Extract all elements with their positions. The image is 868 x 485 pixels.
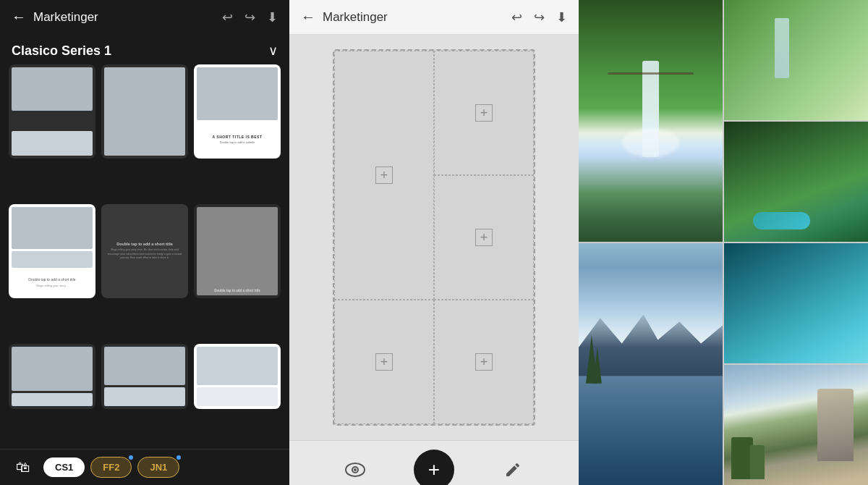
middle-back-button[interactable]: ← <box>301 9 315 25</box>
edit-button[interactable] <box>497 454 529 485</box>
template-card[interactable]: Double tap to add a short title <box>194 204 281 298</box>
ff2-tab[interactable]: FF2 <box>90 457 132 478</box>
template-card[interactable] <box>194 344 281 409</box>
preview-button[interactable] <box>339 454 371 485</box>
right-panel <box>579 0 868 485</box>
canvas-cell-4[interactable]: + <box>334 300 434 424</box>
left-panel: ← Marketinger ↩ ↪ ⬇ Clasico Series 1 ∨ <box>0 0 289 485</box>
template-card[interactable] <box>101 64 188 159</box>
redo-icon[interactable]: ↪ <box>244 9 255 25</box>
template-card[interactable]: A SHORT TITLE IS BEST Double tap to add … <box>194 64 281 159</box>
chevron-down-icon[interactable]: ∨ <box>268 43 278 59</box>
left-header: ← Marketinger ↩ ↪ ⬇ <box>0 0 289 34</box>
undo-icon[interactable]: ↩ <box>222 9 233 25</box>
add-button[interactable]: + <box>414 450 454 485</box>
middle-panel: ← Marketinger ↩ ↪ ⬇ + + + + <box>289 0 579 485</box>
templates-grid: A SHORT TITLE IS BEST Double tap to add … <box>0 64 289 449</box>
middle-panel-title: Marketinger <box>323 10 511 25</box>
add-photo-icon-3: + <box>475 229 493 246</box>
middle-download-icon[interactable]: ⬇ <box>556 9 567 25</box>
template-card[interactable]: Double tap to add a short title Begin te… <box>101 204 188 298</box>
add-photo-icon-1: + <box>375 166 393 184</box>
middle-nav-icons: ↩ ↪ ⬇ <box>511 9 567 25</box>
middle-header: ← Marketinger ↩ ↪ ⬇ <box>289 0 579 35</box>
add-photo-icon-5: + <box>475 353 493 371</box>
ff2-tab-container: FF2 <box>90 457 132 478</box>
photo-mountain-lake[interactable] <box>579 243 723 485</box>
add-photo-icon-2: + <box>475 104 493 122</box>
jn1-tab[interactable]: JN1 <box>137 457 179 478</box>
template-card[interactable]: Double tap to add a short titleBegin tel… <box>9 204 95 298</box>
add-photo-icon-4: + <box>375 353 393 371</box>
bottom-tabs-bar: 🛍 CS1 FF2 JN1 <box>0 449 289 485</box>
canvas-cell-2[interactable]: + <box>434 51 534 175</box>
ff2-dot-indicator <box>129 455 133 460</box>
shop-icon: 🛍 <box>16 459 30 476</box>
canvas-area: + + + + + <box>289 35 579 440</box>
photo-yosemite[interactable] <box>724 365 868 485</box>
jn1-dot-indicator <box>176 455 181 460</box>
download-icon[interactable]: ⬇ <box>267 9 278 25</box>
template-card[interactable] <box>9 64 95 159</box>
photo-forest-aerial[interactable] <box>724 122 868 242</box>
photo-teal-water[interactable] <box>724 243 868 363</box>
cs1-tab-container: CS1 <box>43 457 85 477</box>
canvas-toolbar: + <box>289 440 579 485</box>
template-card[interactable] <box>101 344 188 409</box>
cs1-tab[interactable]: CS1 <box>43 457 85 477</box>
shop-tab-icon[interactable]: 🛍 <box>9 459 38 476</box>
photo-waterfall-tall[interactable] <box>579 0 723 242</box>
left-back-button[interactable]: ← <box>12 9 26 25</box>
add-icon: + <box>428 460 440 480</box>
template-card[interactable] <box>9 344 95 409</box>
left-panel-title: Marketinger <box>33 10 222 25</box>
canvas-board: + + + + + <box>333 49 535 426</box>
svg-point-2 <box>354 468 357 471</box>
middle-redo-icon[interactable]: ↪ <box>534 9 545 25</box>
photo-waterfall-small[interactable] <box>724 0 868 120</box>
left-nav-icons: ↩ ↪ ⬇ <box>222 9 278 25</box>
series-header: Clasico Series 1 ∨ <box>0 34 289 64</box>
middle-undo-icon[interactable]: ↩ <box>511 9 522 25</box>
series-title: Clasico Series 1 <box>12 43 111 59</box>
jn1-tab-container: JN1 <box>137 457 179 478</box>
canvas-cell-3[interactable]: + <box>434 175 534 300</box>
canvas-cell-1[interactable]: + <box>334 51 434 300</box>
canvas-cell-5[interactable]: + <box>434 300 534 424</box>
